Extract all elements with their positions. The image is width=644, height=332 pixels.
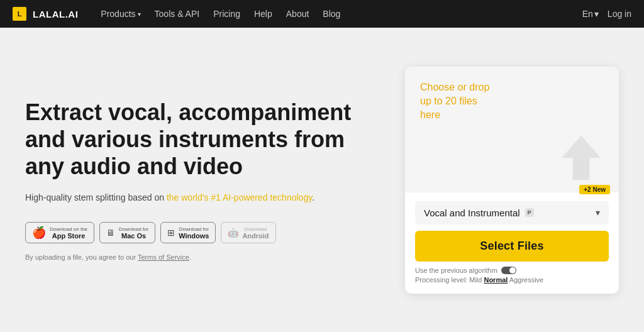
- android-icon: 🤖: [228, 228, 238, 238]
- hero-subtitle: High-quality stem splitting based on the…: [25, 191, 367, 204]
- selector-label: Vocal and Instrumental: [424, 208, 520, 218]
- nav-about[interactable]: About: [280, 6, 316, 21]
- logo-icon: L: [13, 7, 26, 21]
- nav-right: En ▾ Log in: [582, 9, 631, 19]
- windows-button[interactable]: ⊞ Download for Windows: [160, 222, 216, 243]
- nav-tools[interactable]: Tools & API: [148, 6, 206, 21]
- chevron-down-icon: ▾: [596, 208, 600, 218]
- technology-link[interactable]: the world's #1 AI-powered technology: [167, 192, 312, 202]
- nav-help[interactable]: Help: [248, 6, 279, 21]
- drop-text: Choose or dropup to 20 fileshere: [420, 80, 489, 123]
- processing-normal[interactable]: Normal: [484, 276, 508, 284]
- upload-section: Choose or dropup to 20 fileshere +2 New …: [405, 67, 619, 294]
- card-bottom: +2 New Vocal and Instrumental P ▾ Select…: [405, 192, 619, 294]
- terms-text: By uploading a file, you agree to our Te…: [25, 253, 367, 261]
- card-footer: Use the previous algorithm Processing le…: [415, 267, 609, 285]
- nav-blog[interactable]: Blog: [316, 6, 347, 21]
- upload-arrow-icon: [556, 133, 606, 183]
- processing-row: Processing level: Mild Normal Aggressive: [415, 276, 609, 284]
- nav-products[interactable]: Products ▾: [94, 6, 147, 21]
- language-selector[interactable]: En ▾: [582, 9, 599, 19]
- prev-algo-row: Use the previous algorithm: [415, 267, 609, 274]
- prev-algo-toggle[interactable]: [501, 267, 516, 274]
- stem-selector[interactable]: Vocal and Instrumental P ▾: [415, 201, 609, 224]
- hero-title: Extract vocal, accompaniment and various…: [25, 99, 367, 180]
- terms-link[interactable]: Terms of Service: [138, 253, 189, 261]
- upload-icon-container: [556, 133, 606, 185]
- new-badge: +2 New: [579, 185, 610, 194]
- main-content: Extract vocal, accompaniment and various…: [0, 28, 644, 332]
- windows-icon: ⊞: [167, 228, 175, 238]
- chevron-down-icon: ▾: [138, 11, 141, 18]
- selector-left: Vocal and Instrumental P: [424, 208, 534, 218]
- upload-card: Choose or dropup to 20 fileshere +2 New …: [405, 67, 619, 294]
- nav-pricing[interactable]: Pricing: [207, 6, 247, 21]
- apple-icon: 🍎: [32, 226, 46, 240]
- appstore-button[interactable]: 🍎 Download on the App Store: [25, 222, 94, 243]
- processing-mild[interactable]: Mild: [469, 276, 484, 284]
- drop-zone[interactable]: Choose or dropup to 20 fileshere: [405, 67, 619, 192]
- navbar: L LALAL.AI Products ▾ Tools & API Pricin…: [0, 0, 644, 28]
- logo-text: LALAL.AI: [33, 9, 78, 19]
- svg-marker-0: [562, 135, 601, 180]
- login-button[interactable]: Log in: [608, 9, 631, 19]
- nav-links: Products ▾ Tools & API Pricing Help Abou…: [94, 6, 347, 21]
- android-button[interactable]: 🤖 Download Android: [221, 222, 276, 243]
- macos-icon: 🖥: [106, 228, 115, 238]
- nav-left: L LALAL.AI Products ▾ Tools & API Pricin…: [13, 6, 347, 21]
- chevron-down-icon: ▾: [594, 9, 599, 19]
- processing-aggressive[interactable]: Aggressive: [509, 276, 543, 284]
- pro-badge: P: [525, 208, 534, 217]
- select-files-button[interactable]: Select Files: [415, 231, 609, 262]
- hero-section: Extract vocal, accompaniment and various…: [25, 99, 380, 262]
- download-buttons: 🍎 Download on the App Store 🖥 Download f…: [25, 222, 367, 243]
- macos-button[interactable]: 🖥 Download for Mac Os: [99, 222, 155, 243]
